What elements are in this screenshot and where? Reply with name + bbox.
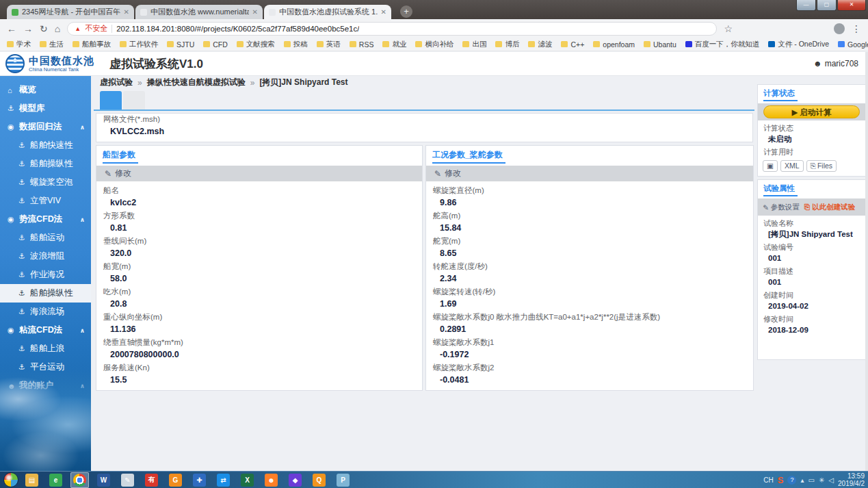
browser-tab[interactable]: 2345网址导航 - 开创中国百年品 ✕ xyxy=(7,5,134,19)
bookmark-item[interactable]: 文献搜索 xyxy=(237,40,275,49)
extension-icon[interactable] xyxy=(818,24,827,33)
edit-button[interactable]: 修改 xyxy=(115,168,131,179)
start-button[interactable] xyxy=(3,472,18,487)
bookmark-item[interactable]: RSS xyxy=(350,40,374,49)
home-icon[interactable]: ⌂ xyxy=(55,23,60,34)
restore-button[interactable]: ▢ xyxy=(817,0,837,11)
chevron-up-icon[interactable]: ∧ xyxy=(80,327,85,334)
taskbar-app-icon[interactable]: P xyxy=(334,472,352,488)
address-bar[interactable]: ▲ 不安全 202.118.184.201:8080/#/projects/K0… xyxy=(67,22,717,36)
sidebar-item[interactable]: ◉ 势流CFD法 ∧ xyxy=(0,210,91,229)
taskbar-app-icon[interactable]: ◆ xyxy=(286,472,304,488)
language-indicator[interactable]: CH xyxy=(763,476,773,484)
bookmark-item[interactable]: 投稿 xyxy=(284,40,308,49)
taskbar-app-icon[interactable]: W xyxy=(94,472,113,488)
tab-close-icon[interactable]: ✕ xyxy=(124,8,129,16)
menu-icon[interactable]: ⋮ xyxy=(852,23,861,34)
monitor-button[interactable]: ▣ xyxy=(763,160,778,172)
new-tab-button[interactable]: + xyxy=(400,5,412,18)
sidebar-item[interactable]: ⚓ 船舶操纵性 xyxy=(0,284,91,303)
bookmark-item[interactable]: 百度一下，你就知道 xyxy=(685,40,760,49)
hidden-icons-arrow[interactable]: ▴ xyxy=(800,476,804,484)
sidebar-item[interactable]: ⚓ 船舶运动 xyxy=(0,229,91,247)
edit-button[interactable]: 修改 xyxy=(445,168,461,179)
extension-icon[interactable] xyxy=(802,24,811,33)
sidebar-item[interactable]: ⚓ 立管VIV xyxy=(0,192,91,210)
bookmark-item[interactable]: 文件 - OneDrive xyxy=(768,40,829,49)
bookmark-item[interactable]: Google xyxy=(838,40,868,49)
taskbar-app-icon[interactable]: e xyxy=(47,472,65,488)
bookmark-item[interactable]: C++ xyxy=(561,40,584,49)
sidebar-item[interactable]: ⚓ 船舶操纵性 xyxy=(0,155,91,173)
taskbar-app-icon[interactable]: ▤ xyxy=(23,472,41,488)
tab-close-icon[interactable]: ✕ xyxy=(252,8,258,16)
taskbar-app-icon[interactable]: X xyxy=(238,472,257,488)
sidebar-item[interactable]: ◉ 数据回归法 ∧ xyxy=(0,118,91,136)
breadcrumb-item[interactable]: 虚拟试验 xyxy=(100,77,133,88)
speaker-icon[interactable]: ◁ xyxy=(828,476,834,484)
sidebar-item[interactable]: ⚓ 船舶上浪 xyxy=(0,339,91,358)
chevron-up-icon[interactable]: ∧ xyxy=(80,216,85,223)
create-test-button[interactable]: ⎘以此创建试验 xyxy=(804,203,855,212)
bookmark-item[interactable]: SJTU xyxy=(167,40,194,49)
taskbar-app-icon[interactable]: G xyxy=(166,472,185,488)
bookmark-item[interactable]: 工作软件 xyxy=(120,40,158,49)
taskbar-app-icon[interactable]: ☻ xyxy=(262,472,280,488)
taskbar-app-icon[interactable]: 有 xyxy=(142,472,161,488)
taskbar-app-icon[interactable]: Q xyxy=(310,472,328,488)
browser-tab[interactable]: 中国数值水池 www.numerialtan ✕ xyxy=(135,5,263,19)
files-button[interactable]: ⎘Files xyxy=(806,160,837,172)
bookmark-item[interactable]: 出国 xyxy=(462,40,486,49)
sidebar-item[interactable]: ⌂ 概览 xyxy=(0,81,91,99)
extension-icon[interactable] xyxy=(787,24,795,33)
profile-avatar[interactable] xyxy=(834,23,845,34)
clock[interactable]: 13:59 2019/4/2 xyxy=(838,472,865,487)
bookmark-item[interactable]: openfoam xyxy=(593,40,635,49)
bookmark-item[interactable]: 船舶事故 xyxy=(73,40,111,49)
taskbar-app-icon[interactable]: ✎ xyxy=(118,472,137,488)
minimize-button[interactable]: — xyxy=(796,0,816,11)
bookmark-item[interactable]: 横向补给 xyxy=(415,40,453,49)
chevron-up-icon[interactable]: ∧ xyxy=(80,124,85,131)
bookmark-item[interactable]: Ubantu xyxy=(644,40,676,49)
sidebar-item[interactable]: ⚓ 海浪流场 xyxy=(0,303,91,321)
content-tab[interactable] xyxy=(100,91,122,110)
forward-icon[interactable]: → xyxy=(23,23,33,34)
bookmark-item[interactable]: 博后 xyxy=(495,40,519,49)
param-settings-button[interactable]: ✎参数设置 xyxy=(763,203,800,212)
sidebar-item[interactable]: ⚓ 作业海况 xyxy=(0,266,91,284)
reload-icon[interactable]: ↻ xyxy=(40,23,48,34)
bookmark-item[interactable]: 滤波 xyxy=(528,40,552,49)
xml-button[interactable]: XML xyxy=(780,160,804,172)
user-menu[interactable]: ☻ maric708 xyxy=(813,59,858,68)
sidebar-item[interactable]: ⚓ 波浪增阻 xyxy=(0,247,91,266)
scrollbar[interactable] xyxy=(865,52,868,471)
breadcrumb-item[interactable]: 操纵性快速自航模虚拟试验 xyxy=(147,77,246,88)
extension-icon[interactable] xyxy=(739,24,748,33)
taskbar-app-icon[interactable]: ⇄ xyxy=(214,472,233,488)
bookmark-item[interactable]: 就业 xyxy=(382,40,406,49)
bookmark-item[interactable]: 生活 xyxy=(40,40,64,49)
network-icon[interactable]: ✳ xyxy=(819,476,824,484)
sidebar-item[interactable]: ⚓ 船舶快速性 xyxy=(0,136,91,155)
sidebar-item[interactable]: ⚓ 模型库 xyxy=(0,99,91,118)
bookmark-item[interactable]: CFD xyxy=(203,40,228,49)
content-tab[interactable] xyxy=(123,91,145,110)
tab-close-icon[interactable]: ✕ xyxy=(381,8,386,16)
sidebar-item[interactable]: ◉ 粘流CFD法 ∧ xyxy=(0,321,91,339)
start-calculation-button[interactable]: ▶ 启动计算 xyxy=(763,105,860,118)
window-icon[interactable]: ▭ xyxy=(808,476,815,484)
extension-icon[interactable] xyxy=(755,24,764,33)
back-icon[interactable]: ← xyxy=(7,23,16,34)
bookmark-item[interactable]: 学术 xyxy=(7,40,31,49)
bookmark-item[interactable]: 英语 xyxy=(317,40,341,49)
taskbar-app-icon[interactable]: ✚ xyxy=(190,472,209,488)
extension-icon[interactable] xyxy=(771,24,780,33)
browser-tab[interactable]: 中国数值水池虚拟试验系统 1.0 ✕ xyxy=(264,5,391,19)
sidebar-item[interactable]: ⚓ 螺旋桨空泡 xyxy=(0,173,91,192)
bookmark-star-icon[interactable]: ☆ xyxy=(724,23,733,34)
url-text[interactable]: 202.118.184.201:8080/#/projects/K0602/5c… xyxy=(116,25,359,33)
sogou-input-icon[interactable]: S xyxy=(778,475,784,485)
help-icon[interactable]: ? xyxy=(787,476,796,485)
taskbar-app-icon[interactable] xyxy=(70,472,89,488)
